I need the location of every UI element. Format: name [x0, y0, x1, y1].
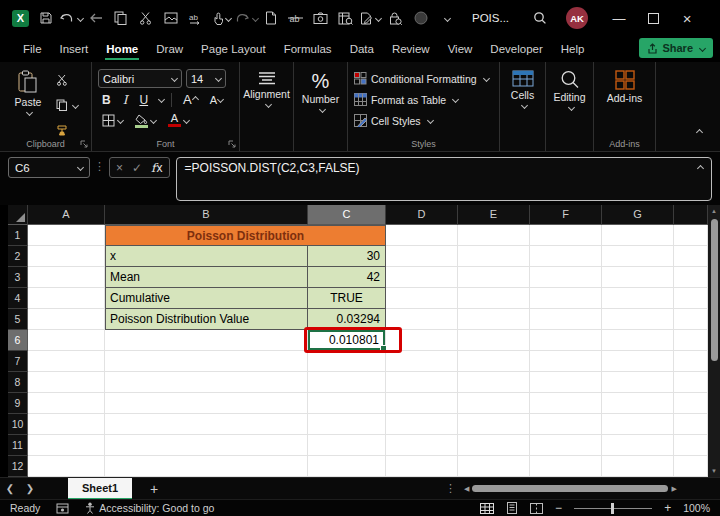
tab-review[interactable]: Review: [383, 39, 439, 59]
paste-button[interactable]: Paste: [8, 62, 48, 151]
grid-cell-C12[interactable]: [308, 456, 386, 477]
scroll-right-icon[interactable]: ▶: [671, 485, 676, 493]
grid-cell-D4[interactable]: [386, 288, 458, 309]
sheet-tab-sheet1[interactable]: Sheet1: [68, 478, 132, 500]
row-header-7[interactable]: 7: [8, 351, 28, 372]
row-header-5[interactable]: 5: [8, 309, 28, 330]
vertical-scroll-thumb[interactable]: [711, 219, 718, 361]
grid-cell-D7[interactable]: [386, 351, 458, 372]
grid-cell-E5[interactable]: [458, 309, 530, 330]
grid-cell-E6[interactable]: [458, 330, 530, 351]
grid-cell-A2[interactable]: [28, 246, 105, 267]
grid-cell-F4[interactable]: [530, 288, 602, 309]
copy-button[interactable]: [54, 95, 80, 115]
grid-cell-D3[interactable]: [386, 267, 458, 288]
add-sheet-button[interactable]: +: [150, 481, 158, 497]
grid-cell-E7[interactable]: [458, 351, 530, 372]
clipboard-dialog-launcher[interactable]: [80, 140, 88, 148]
bold-button[interactable]: B: [98, 93, 115, 107]
page-break-preview-icon[interactable]: [530, 503, 543, 514]
grid-cell-F2[interactable]: [530, 246, 602, 267]
lock-search-icon[interactable]: [383, 6, 408, 30]
grid-cell-G5[interactable]: [602, 309, 674, 330]
tab-developer[interactable]: Developer: [481, 39, 551, 59]
vertical-scrollbar[interactable]: ▲ ▼: [708, 205, 720, 477]
page-layout-view-icon[interactable]: [506, 502, 518, 514]
grid-cell-G12[interactable]: [602, 456, 674, 477]
grid-cell-E2[interactable]: [458, 246, 530, 267]
grid-cell-F1[interactable]: [530, 225, 602, 246]
grid-cell-A6[interactable]: [28, 330, 105, 351]
grid-cell-F6[interactable]: [530, 330, 602, 351]
row-header-12[interactable]: 12: [8, 456, 28, 477]
row-header-9[interactable]: 9: [8, 393, 28, 414]
record-status-icon[interactable]: [408, 6, 433, 30]
column-header-A[interactable]: A: [28, 205, 105, 225]
grid-cell-E1[interactable]: [458, 225, 530, 246]
tab-formulas[interactable]: Formulas: [275, 39, 341, 59]
account-avatar[interactable]: AK: [566, 7, 588, 29]
grid-cell-G7[interactable]: [602, 351, 674, 372]
accessibility-status[interactable]: Accessibility: Good to go: [85, 502, 214, 514]
maximize-button[interactable]: [636, 6, 670, 30]
underline-button[interactable]: U: [135, 93, 152, 107]
grid-cell-C8[interactable]: [308, 372, 386, 393]
grid-cell-C5[interactable]: 0.03294: [308, 309, 386, 330]
grid-cell-B4[interactable]: Cumulative: [105, 288, 308, 309]
scroll-left-icon[interactable]: ◀: [464, 485, 469, 493]
redo-icon[interactable]: [233, 6, 258, 30]
cut-button[interactable]: [54, 70, 80, 90]
camera-icon[interactable]: [308, 6, 333, 30]
grid-cell-B1[interactable]: Poisson Distribution: [105, 225, 386, 246]
column-header-G[interactable]: G: [602, 205, 674, 225]
format-as-table-button[interactable]: Format as Table: [354, 89, 499, 110]
grid-cell-E12[interactable]: [458, 456, 530, 477]
qat-overflow-icon[interactable]: [433, 6, 458, 30]
share-button[interactable]: Share: [639, 38, 713, 58]
grid-cell-B12[interactable]: [105, 456, 308, 477]
grid-cell-B3[interactable]: Mean: [105, 267, 308, 288]
sheet-tab-overflow-icon[interactable]: ⋮: [445, 482, 456, 495]
grid-cell-D11[interactable]: [386, 435, 458, 456]
grid-cell-C3[interactable]: 42: [308, 267, 386, 288]
macro-record-icon[interactable]: [56, 503, 69, 514]
grid-cell-C10[interactable]: [308, 414, 386, 435]
strikethrough-icon[interactable]: ab: [283, 6, 308, 30]
grid-cell-F5[interactable]: [530, 309, 602, 330]
tab-view[interactable]: View: [439, 39, 482, 59]
grid-cell-B7[interactable]: [105, 351, 308, 372]
grid-cell-C2[interactable]: 30: [308, 246, 386, 267]
grid-cell-D9[interactable]: [386, 393, 458, 414]
expand-formula-bar-icon[interactable]: [697, 165, 704, 172]
font-dialog-launcher[interactable]: [228, 140, 236, 148]
grid-cell-A9[interactable]: [28, 393, 105, 414]
tab-home[interactable]: Home: [97, 39, 147, 59]
number-button[interactable]: % Number: [294, 62, 347, 112]
grid-cell-F10[interactable]: [530, 414, 602, 435]
grid-cell-F8[interactable]: [530, 372, 602, 393]
cut-icon[interactable]: [133, 6, 158, 30]
grid-cell-B8[interactable]: [105, 372, 308, 393]
sheet-lookup-icon[interactable]: [333, 6, 358, 30]
column-header-B[interactable]: B: [105, 205, 308, 225]
grid-cell-B2[interactable]: x: [105, 246, 308, 267]
grid-cell-F11[interactable]: [530, 435, 602, 456]
copy-icon[interactable]: [108, 6, 133, 30]
grid-cell-F7[interactable]: [530, 351, 602, 372]
italic-button[interactable]: I: [119, 93, 132, 107]
grid-cell-F9[interactable]: [530, 393, 602, 414]
grid-cell-D10[interactable]: [386, 414, 458, 435]
enter-icon[interactable]: ✓: [132, 162, 142, 174]
grid-cell-G4[interactable]: [602, 288, 674, 309]
tab-page-layout[interactable]: Page Layout: [192, 39, 275, 59]
sheet-nav-left-icon[interactable]: ❮: [0, 483, 20, 494]
row-header-1[interactable]: 1: [8, 225, 28, 246]
grid-cell-E3[interactable]: [458, 267, 530, 288]
collapse-ribbon-icon[interactable]: [694, 123, 702, 141]
grid-cell-C6[interactable]: 0.010801: [308, 330, 386, 351]
grid-cell-G10[interactable]: [602, 414, 674, 435]
column-header-F[interactable]: F: [530, 205, 602, 225]
font-size-combobox[interactable]: 14: [186, 69, 226, 88]
undo-icon[interactable]: [58, 6, 83, 30]
row-header-11[interactable]: 11: [8, 435, 28, 456]
